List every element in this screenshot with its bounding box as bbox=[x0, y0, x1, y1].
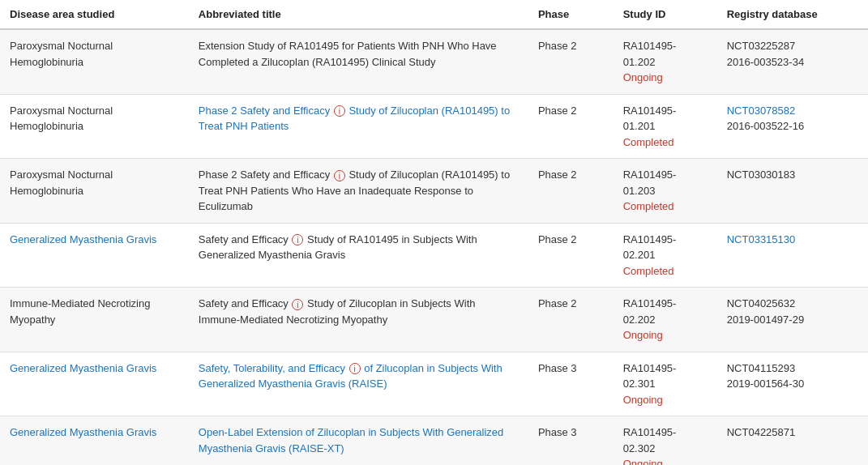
cell-title: Phase 2 Safety and Efficacy i Study of Z… bbox=[189, 94, 528, 159]
cell-title: Phase 2 Safety and Efficacy i Study of Z… bbox=[189, 159, 528, 224]
cell-study-id: RA101495-01.203Completed bbox=[614, 159, 717, 224]
table-row: Generalized Myasthenia GravisSafety, Tol… bbox=[0, 352, 868, 416]
table-row: Immune-Mediated NecrotizingMyopathySafet… bbox=[0, 288, 868, 352]
col-header-study: Study ID bbox=[614, 0, 717, 29]
cell-registry: NCT03315130 bbox=[717, 223, 868, 288]
title-text: Phase 2 Safety and Efficacy i Study of Z… bbox=[199, 169, 510, 212]
registry-link-1[interactable]: NCT03315130 bbox=[727, 233, 796, 245]
title-link[interactable]: Phase 2 Safety and Efficacy i Study of Z… bbox=[199, 105, 510, 133]
table-row: Paroxysmal NocturnalHemoglobinuriaPhase … bbox=[0, 159, 868, 224]
status-badge: Completed bbox=[623, 136, 674, 148]
registry-id-1: NCT03225287 bbox=[727, 40, 796, 52]
cell-study-id: RA101495-01.202Ongoing bbox=[614, 29, 717, 94]
registry-id-2: 2016-003522-16 bbox=[727, 120, 804, 132]
status-badge: Ongoing bbox=[623, 394, 663, 406]
col-header-disease: Disease area studied bbox=[0, 0, 189, 29]
title-text: Extension Study of RA101495 for Patients… bbox=[199, 40, 497, 68]
cell-phase: Phase 2 bbox=[528, 29, 614, 94]
cell-title: Open-Label Extension of Zilucoplan in Su… bbox=[189, 416, 528, 466]
cell-title: Safety, Tolerability, and Efficacy i of … bbox=[189, 352, 528, 416]
cell-title: Safety and Efficacy i Study of Zilucopla… bbox=[189, 288, 528, 352]
cell-registry: NCT030785822016-003522-16 bbox=[717, 94, 868, 159]
disease-link[interactable]: Generalized Myasthenia Gravis bbox=[10, 426, 156, 438]
registry-id-1: NCT03030183 bbox=[727, 169, 796, 181]
title-link[interactable]: Open-Label Extension of Zilucoplan in Su… bbox=[199, 426, 504, 454]
title-text: Safety and Efficacy i Study of RA101495 … bbox=[199, 233, 477, 262]
disease-link[interactable]: Generalized Myasthenia Gravis bbox=[10, 233, 156, 245]
registry-id-2: 2016-003523-34 bbox=[727, 56, 804, 68]
study-id-number: RA101495-01.201 bbox=[623, 105, 677, 133]
cell-registry: NCT04225871 bbox=[717, 416, 868, 466]
study-id-number: RA101495-02.302 bbox=[623, 426, 677, 454]
registry-id-2: 2019-001497-29 bbox=[727, 314, 804, 326]
disease-link[interactable]: Generalized Myasthenia Gravis bbox=[10, 362, 156, 374]
cell-registry: NCT041152932019-001564-30 bbox=[717, 352, 868, 416]
cell-disease: Generalized Myasthenia Gravis bbox=[0, 223, 189, 288]
study-id-number: RA101495-02.301 bbox=[623, 362, 677, 390]
cell-phase: Phase 2 bbox=[528, 94, 614, 159]
cell-study-id: RA101495-02.301Ongoing bbox=[614, 352, 717, 416]
cell-study-id: RA101495-01.201Completed bbox=[614, 94, 717, 159]
registry-id-1: NCT04225871 bbox=[727, 426, 796, 438]
status-badge: Ongoing bbox=[623, 71, 663, 83]
cell-disease: Paroxysmal NocturnalHemoglobinuria bbox=[0, 94, 189, 159]
table-row: Generalized Myasthenia GravisSafety and … bbox=[0, 223, 868, 288]
cell-phase: Phase 3 bbox=[528, 416, 614, 466]
cell-registry: NCT032252872016-003523-34 bbox=[717, 29, 868, 94]
status-badge: Ongoing bbox=[623, 458, 663, 465]
study-id-number: RA101495-01.202 bbox=[623, 40, 677, 68]
title-text: Safety and Efficacy i Study of Zilucopla… bbox=[199, 297, 476, 326]
col-header-registry: Registry database bbox=[717, 0, 868, 29]
title-link[interactable]: Safety, Tolerability, and Efficacy i of … bbox=[199, 362, 502, 390]
registry-id-2: 2019-001564-30 bbox=[727, 378, 804, 390]
cell-title: Safety and Efficacy i Study of RA101495 … bbox=[189, 223, 528, 288]
cell-phase: Phase 2 bbox=[528, 288, 614, 352]
registry-link-1[interactable]: NCT03078582 bbox=[727, 105, 796, 117]
col-header-title: Abbreviated title bbox=[189, 0, 528, 29]
cell-disease: Generalized Myasthenia Gravis bbox=[0, 352, 189, 416]
cell-title: Extension Study of RA101495 for Patients… bbox=[189, 29, 528, 94]
cell-disease: Paroxysmal NocturnalHemoglobinuria bbox=[0, 159, 189, 224]
cell-disease: Immune-Mediated NecrotizingMyopathy bbox=[0, 288, 189, 352]
study-id-number: RA101495-01.203 bbox=[623, 169, 677, 197]
cell-disease: Generalized Myasthenia Gravis bbox=[0, 416, 189, 466]
registry-id-1: NCT04025632 bbox=[727, 297, 796, 309]
study-id-number: RA101495-02.201 bbox=[623, 233, 677, 262]
cell-study-id: RA101495-02.202Ongoing bbox=[614, 288, 717, 352]
table-row: Generalized Myasthenia GravisOpen-Label … bbox=[0, 416, 868, 466]
cell-registry: NCT03030183 bbox=[717, 159, 868, 224]
cell-study-id: RA101495-02.302Ongoing bbox=[614, 416, 717, 466]
cell-study-id: RA101495-02.201Completed bbox=[614, 223, 717, 288]
status-badge: Ongoing bbox=[623, 329, 663, 341]
status-badge: Completed bbox=[623, 200, 674, 212]
status-badge: Completed bbox=[623, 265, 674, 277]
cell-phase: Phase 3 bbox=[528, 352, 614, 416]
registry-id-1: NCT04115293 bbox=[727, 362, 796, 374]
cell-phase: Phase 2 bbox=[528, 223, 614, 288]
study-id-number: RA101495-02.202 bbox=[623, 297, 677, 326]
table-row: Paroxysmal NocturnalHemoglobinuriaPhase … bbox=[0, 94, 868, 159]
table-row: Paroxysmal NocturnalHemoglobinuriaExtens… bbox=[0, 29, 868, 94]
cell-registry: NCT040256322019-001497-29 bbox=[717, 288, 868, 352]
cell-phase: Phase 2 bbox=[528, 159, 614, 224]
col-header-phase: Phase bbox=[528, 0, 614, 29]
cell-disease: Paroxysmal NocturnalHemoglobinuria bbox=[0, 29, 189, 94]
